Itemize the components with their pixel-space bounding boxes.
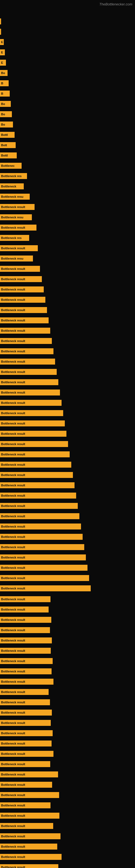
bar-label: Bottleneck result [1, 639, 25, 642]
bar-item: Bottleneck result [0, 596, 50, 602]
bar-item: Bottleneck result [0, 534, 83, 540]
bar-row: Bottleneck result [0, 429, 135, 439]
bar-label: Bottleneck result [1, 319, 25, 322]
bar-item: Bottleneck resu [0, 194, 30, 199]
bar-item: Bottleneck result [0, 266, 40, 272]
bar-item: Bottleneck result [0, 689, 49, 695]
bar-row: Bottleneck result [0, 470, 135, 480]
bar-label: Bottleneck result [1, 463, 25, 466]
bar-item: Bottleneck result [0, 307, 47, 313]
bar-item: Bottleneck result [0, 317, 49, 323]
bar-row: Bottl [0, 150, 135, 161]
bar-label: Bottleneck res [1, 236, 21, 240]
bar-label: Bottleneck result [1, 721, 25, 724]
bar-label: Bottleneck result [1, 515, 25, 518]
bar-label: B [1, 92, 3, 95]
bar-row: Bottleneck result [0, 418, 135, 429]
bar-item: Bottleneck result [0, 669, 52, 674]
bar-row: Bottleneck result [0, 625, 135, 635]
bar-row: Bottleneck result [0, 821, 135, 831]
bar-item: Bottleneck result [0, 359, 55, 365]
bar-item: Bottleneck result [0, 441, 68, 447]
bar-label: Bottleneck result [1, 597, 25, 601]
bar-row: Bottleneck result [0, 264, 135, 274]
bar-label: Bo [1, 71, 5, 74]
bar-row: Bottleneck result [0, 294, 135, 305]
bar-item: Bottleneck result [0, 379, 58, 385]
bar-item: Bottleneck result [0, 348, 53, 354]
bar-row: Bottleneck result [0, 336, 135, 346]
bar-label: Bottleneck result [1, 587, 25, 590]
bar-item: Bottleneck resu [0, 214, 32, 220]
bar-item: Bottleneck result [0, 462, 71, 468]
bar-row: Bottleneck result [0, 315, 135, 326]
bar-item: Bo [0, 122, 13, 127]
bar-label: Bottleneck result [1, 794, 25, 797]
bar-label: Bo [1, 123, 5, 126]
bar-row: B [0, 88, 135, 99]
bar-row: Bottleneck result [0, 852, 135, 862]
bar-label: Bottleneck result [1, 205, 25, 209]
bar-row: Bottleneck result [0, 346, 135, 356]
bar-label: Bottleneck result [1, 391, 25, 394]
bar-row: Bottleneck result [0, 677, 135, 687]
bar-label: Bottleneck result [1, 814, 25, 817]
bar-row: Bottleneck result [0, 604, 135, 615]
bar-item: Bottleneck [0, 183, 24, 189]
bar-label: Bottleneck result [1, 535, 25, 538]
bar-label: Bottleneck result [1, 380, 25, 384]
bar-item: Bottleneck res [0, 173, 27, 179]
bar-label: Bottleneck result [1, 732, 25, 735]
bar-label: Bottleneck result [1, 628, 25, 632]
bar-item: Bottleneck result [0, 854, 61, 860]
bar-item [0, 29, 1, 35]
bar-item: Bottleneck result [0, 751, 53, 757]
bar-item: Bottleneck result [0, 513, 79, 519]
bar-label: Bottleneck result [1, 525, 25, 528]
bar-item: Bo [0, 111, 12, 117]
bar-label: Bottleneck result [1, 484, 25, 487]
bar-row: Bottleneck result [0, 326, 135, 336]
bar-row: Bottleneck result [0, 728, 135, 738]
bar-label: B [1, 82, 3, 85]
bar-label: Bottleneck result [1, 566, 25, 569]
bar-item: Bottleneck result [0, 864, 58, 868]
bar-label: Bottleneck result [1, 473, 25, 476]
bar-row: Bo [0, 99, 135, 109]
bar-item: Bottleneck result [0, 410, 63, 416]
bar-item: Bottleneck result [0, 431, 66, 437]
bar-item: Bottleneck result [0, 225, 37, 230]
bar-label: Bottleneck result [1, 422, 25, 425]
bar-label: Bottleneck result [1, 329, 25, 332]
bar-label: Bott [1, 144, 7, 147]
bar-label: Bottleneck result [1, 855, 25, 859]
bar-item: B [0, 91, 10, 97]
bar-label: Bottleneck result [1, 360, 25, 363]
bar-item [0, 19, 1, 24]
bar-row: Bottleneck result [0, 305, 135, 315]
bar-row: Bottleneck result [0, 439, 135, 449]
bar-label: Bottleneck result [1, 411, 25, 415]
bar-item: E [0, 50, 5, 55]
bar-label: Bottleneck result [1, 649, 25, 652]
bar-item: Bottleneck result [0, 617, 51, 623]
bar-item: Bottleneck result [0, 472, 73, 478]
bar-item: Bottleneck result [0, 452, 70, 457]
bar-item: Bo [0, 101, 11, 107]
bar-row: Bottleneck result [0, 831, 135, 841]
bar-label: Bottleneck result [1, 504, 25, 507]
bar-row: Bottleneck result [0, 521, 135, 532]
bar-item: Bottleneck result [0, 844, 57, 849]
bar-label: Bottleneck result [1, 773, 25, 776]
bar-row: Bottleneck result [0, 646, 135, 656]
bar-item: Bottleneck result [0, 503, 78, 509]
bar-row: Bottleneck result [0, 511, 135, 521]
bar-row: Bottleneck result [0, 202, 135, 212]
bar-item: Bottleneck result [0, 823, 53, 829]
bar-label: Bottleneck [1, 185, 16, 188]
bar-row: Bottleneck res [0, 171, 135, 181]
bar-row: Bottleneck result [0, 862, 135, 868]
bar-label: Bottleneck result [1, 288, 25, 291]
bar-label: E [1, 40, 3, 44]
bar-row: Bo [0, 119, 135, 130]
